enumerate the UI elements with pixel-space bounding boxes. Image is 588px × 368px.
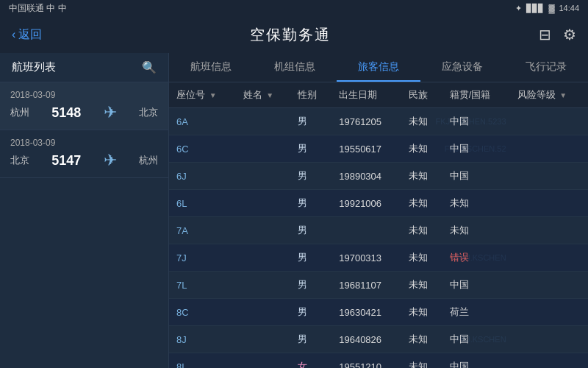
- cell-seat: 6L: [169, 190, 236, 217]
- flight-date-0: 2018-03-09: [10, 90, 158, 100]
- cell-gender: 女: [290, 353, 331, 369]
- cell-dob: 19761205: [331, 108, 401, 135]
- table-row[interactable]: 8C 男 19630421 未知 荷兰: [169, 299, 588, 326]
- cell-origin: 中国 FKJ.KSCHEN.52: [442, 135, 510, 163]
- time-text: 14:44: [559, 4, 579, 13]
- table-row[interactable]: 7J 男 19700313 未知 错误 FKJ.KSCHEN: [169, 244, 588, 272]
- search-button[interactable]: 🔍: [142, 60, 157, 74]
- carrier-text: 中国联通 中 中: [9, 2, 67, 15]
- flight-number-0: 5148: [51, 105, 81, 121]
- flight-item-1[interactable]: 2018-03-09 北京 5147 ✈ 杭州: [0, 130, 168, 178]
- cell-gender: 男: [290, 217, 331, 244]
- cell-name: [236, 326, 291, 353]
- tab-crew-info[interactable]: 机组信息: [253, 53, 337, 82]
- cell-name: [236, 272, 291, 299]
- settings-icon[interactable]: ⚙: [563, 26, 576, 43]
- cell-origin: 中国: [442, 163, 510, 190]
- cell-origin: 中国 FKJ.KSCHEN.5233: [442, 108, 510, 135]
- table-row[interactable]: 7L 男 19681107 未知 中国: [169, 272, 588, 299]
- flight-number-1: 5147: [51, 153, 81, 169]
- cell-dob: 19700313: [331, 244, 401, 272]
- tab-flight-info-label: 航班信息: [190, 60, 232, 74]
- col-risk[interactable]: 风险等级 ▼: [510, 82, 588, 108]
- table-row[interactable]: 6L 男 19921006 未知 未知: [169, 190, 588, 217]
- cell-gender: 男: [290, 272, 331, 299]
- watermark: FKJ.KSCHEN.5233: [436, 117, 506, 126]
- cell-origin: 未知: [442, 217, 510, 244]
- cell-gender: 男: [290, 190, 331, 217]
- status-right: ✦ ▊▊▊ ▓ 14:44: [515, 4, 579, 13]
- cell-gender: 男: [290, 244, 331, 272]
- table-row[interactable]: 8J 男 19640826 未知 中国 FKJ.KSCHEN: [169, 326, 588, 353]
- cell-seat: 6C: [169, 135, 236, 163]
- cell-ethnicity: 未知: [401, 190, 442, 217]
- col-ethnicity: 民族: [401, 82, 442, 108]
- flight-from-0: 杭州: [10, 106, 29, 119]
- cell-dob: 19630421: [331, 299, 401, 326]
- risk-sort-icon: ▼: [559, 91, 567, 99]
- col-seat[interactable]: 座位号 ▼: [169, 82, 236, 108]
- cell-ethnicity: 未知: [401, 272, 442, 299]
- cell-name: [236, 244, 291, 272]
- cell-ethnicity: 未知: [401, 217, 442, 244]
- cell-dob: 19890304: [331, 163, 401, 190]
- cell-gender: 男: [290, 135, 331, 163]
- tab-crew-info-label: 机组信息: [274, 60, 315, 74]
- cell-name: [236, 190, 291, 217]
- back-chevron-icon: ‹: [12, 28, 15, 41]
- cell-gender: 男: [290, 108, 331, 135]
- cell-name: [236, 353, 291, 369]
- col-name[interactable]: 姓名 ▼: [236, 82, 291, 108]
- flight-from-1: 北京: [10, 154, 29, 167]
- flight-row-1: 北京 5147 ✈ 杭州: [10, 151, 158, 170]
- table-row[interactable]: 6J 男 19890304 未知 中国: [169, 163, 588, 190]
- flight-plane-icon-1: ✈: [104, 151, 117, 170]
- cell-seat: 6J: [169, 163, 236, 190]
- tab-bar: 航班信息 机组信息 旅客信息 应急设备 飞行记录: [169, 53, 588, 82]
- col-gender: 性别: [290, 82, 331, 108]
- cell-dob: 19921006: [331, 190, 401, 217]
- cell-seat: 8C: [169, 299, 236, 326]
- signal-icon: ▊▊▊: [526, 4, 544, 13]
- cell-risk: [510, 163, 588, 190]
- col-origin: 籍贯/国籍: [442, 82, 510, 108]
- name-sort-icon: ▼: [266, 91, 273, 99]
- cell-gender: 男: [290, 326, 331, 353]
- passenger-table-container[interactable]: 座位号 ▼ 姓名 ▼ 性别 出生日期: [169, 82, 588, 368]
- cell-name: [236, 108, 291, 135]
- sidebar-title: 航班列表: [12, 60, 56, 74]
- cell-ethnicity: 未知: [401, 299, 442, 326]
- table-row[interactable]: 8L 女 19551210 未知 中国: [169, 353, 588, 369]
- flight-row-0: 杭州 5148 ✈ 北京: [10, 103, 158, 122]
- cell-origin: 中国 FKJ.KSCHEN: [442, 326, 510, 353]
- flight-plane-icon-0: ✈: [104, 103, 117, 122]
- cell-dob: 19551210: [331, 353, 401, 369]
- cell-origin: 错误 FKJ.KSCHEN: [442, 244, 510, 272]
- table-row[interactable]: 6A 男 19761205 未知 中国 FKJ.KSCHEN.5233: [169, 108, 588, 135]
- tab-emergency-equip[interactable]: 应急设备: [420, 53, 504, 82]
- cell-origin: 中国: [442, 353, 510, 369]
- cell-dob: [331, 217, 401, 244]
- table-row[interactable]: 7A 男 未知 未知: [169, 217, 588, 244]
- content-area: 航班信息 机组信息 旅客信息 应急设备 飞行记录 座位号: [169, 53, 588, 368]
- table-row[interactable]: 6C 男 19550617 未知 中国 FKJ.KSCHEN.52: [169, 135, 588, 163]
- cell-dob: 19640826: [331, 326, 401, 353]
- header-icons: ⊟ ⚙: [539, 26, 576, 43]
- cell-name: [236, 299, 291, 326]
- cell-risk: [510, 326, 588, 353]
- flight-date-1: 2018-03-09: [10, 138, 158, 148]
- tab-passenger-info[interactable]: 旅客信息: [337, 53, 420, 82]
- main-layout: 航班列表 🔍 2018-03-09 杭州 5148 ✈ 北京 2018-03-0…: [0, 53, 588, 368]
- document-icon[interactable]: ⊟: [539, 26, 551, 43]
- cell-name: [236, 163, 291, 190]
- flight-item-0[interactable]: 2018-03-09 杭州 5148 ✈ 北京: [0, 82, 168, 130]
- cell-origin: 荷兰: [442, 299, 510, 326]
- app-title: 空保勤务通: [250, 25, 331, 45]
- back-label: 返回: [18, 27, 42, 43]
- back-button[interactable]: ‹ 返回: [12, 27, 42, 43]
- cell-dob: 19550617: [331, 135, 401, 163]
- sidebar: 航班列表 🔍 2018-03-09 杭州 5148 ✈ 北京 2018-03-0…: [0, 53, 169, 368]
- watermark: FKJ.KSCHEN.52: [445, 144, 506, 153]
- tab-flight-record[interactable]: 飞行记录: [504, 53, 588, 82]
- tab-flight-info[interactable]: 航班信息: [169, 53, 253, 82]
